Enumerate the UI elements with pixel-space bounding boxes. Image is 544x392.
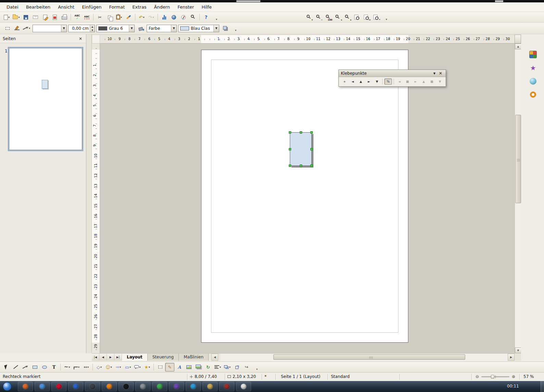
page-info-field[interactable]: Seite 1 / 1 (Layout) — [281, 374, 320, 379]
taskbar-app-10-icon[interactable] — [169, 382, 184, 391]
gluepoints-toolbar-titlebar[interactable]: Klebepunkte ▼ ✕ — [339, 70, 446, 77]
zoom-in-icon[interactable]: + — [304, 13, 313, 22]
fill-style-select[interactable]: Farbe ▼ — [147, 25, 177, 32]
zoom-optimal-icon[interactable]: * — [371, 13, 381, 22]
vertical-scroll-thumb[interactable] — [515, 115, 521, 203]
line-tool-icon[interactable] — [11, 363, 20, 371]
zoom-next-icon[interactable]: ▸ — [343, 13, 352, 22]
find-replace-icon[interactable] — [188, 13, 198, 22]
interaction-icon[interactable]: ↪ — [242, 363, 251, 371]
zoom-level-field[interactable]: 57 % — [523, 374, 534, 379]
taskbar-app-4-icon[interactable] — [68, 382, 83, 391]
zoom-slider-track[interactable] — [481, 376, 509, 377]
email-icon[interactable] — [31, 13, 40, 22]
vertical-ruler[interactable]: 1234567891011121314151617181920212223242… — [92, 44, 100, 353]
taskbar-app-1-icon[interactable] — [18, 382, 33, 391]
taskbar-app-7-icon[interactable] — [119, 382, 134, 391]
symbol-shapes-icon[interactable]: ☺▾ — [104, 363, 113, 371]
ring-icon[interactable] — [528, 89, 538, 100]
line-style-select[interactable]: ▼ — [33, 25, 67, 32]
navigator-icon[interactable] — [179, 13, 188, 22]
gluepoints-toolbar-window[interactable]: Klebepunkte ▼ ✕ +◄▲►▼%◄■►▲■▼ — [338, 70, 446, 87]
glue-vertical-center-icon[interactable]: ■ — [428, 78, 436, 85]
previous-page-icon[interactable]: ◀ — [99, 354, 107, 361]
save-icon[interactable] — [21, 13, 30, 22]
spellcheck-icon[interactable]: ABC✓ — [73, 13, 82, 22]
toolbar-more-icon[interactable]: ▾ — [251, 363, 261, 371]
copy-icon[interactable] — [105, 13, 114, 22]
tab-malinien[interactable]: Maßlinien — [179, 354, 209, 361]
selection-handle[interactable] — [300, 164, 302, 167]
last-page-icon[interactable]: ▶| — [114, 354, 122, 361]
chevron-down-icon[interactable]: ▼ — [213, 25, 219, 32]
alignment-icon[interactable]: ▾ — [213, 363, 222, 371]
exit-direction-right-icon[interactable]: ► — [365, 78, 373, 85]
menu-extras[interactable]: Extras — [128, 3, 150, 11]
taskbar-app-12-icon[interactable] — [202, 382, 218, 391]
toolbar-more-icon[interactable]: ▾ — [230, 24, 239, 33]
scroll-up-icon[interactable]: ▲ — [515, 44, 521, 49]
taskbar-app-11-icon[interactable] — [186, 382, 201, 391]
glue-point-relative-icon[interactable]: % — [384, 78, 392, 85]
close-icon[interactable]: ✕ — [437, 71, 444, 76]
stars-icon[interactable]: ★▾ — [143, 363, 152, 371]
menu-einfgen[interactable]: Einfügen — [78, 3, 105, 11]
first-page-icon[interactable]: |◀ — [92, 354, 99, 361]
glue-horizontal-left-icon[interactable]: ◄ — [396, 78, 403, 85]
taskbar-app-8-icon[interactable] — [135, 382, 150, 391]
chart-icon[interactable] — [160, 13, 169, 22]
zoom-entire-page-icon[interactable] — [352, 13, 361, 22]
glue-vertical-top-icon[interactable]: ▲ — [420, 78, 428, 85]
rectangle-tool-icon[interactable] — [30, 363, 39, 371]
tab-steuerung[interactable]: Steuerung — [148, 354, 179, 361]
zoom-previous-icon[interactable]: ◂ — [333, 13, 342, 22]
flowchart-icon[interactable]: ▭▾ — [123, 363, 133, 371]
selection-handle[interactable] — [310, 148, 313, 150]
edit-file-icon[interactable] — [40, 13, 50, 22]
cube-3d-icon[interactable] — [528, 49, 538, 60]
chevron-down-icon[interactable]: ▼ — [61, 25, 66, 32]
chevron-down-icon[interactable]: ▼ — [129, 25, 134, 32]
edit-points-tool-icon[interactable] — [156, 363, 165, 371]
select-tool-icon[interactable] — [1, 363, 11, 371]
selection-handle[interactable] — [289, 131, 291, 134]
page-style-field[interactable]: Standard — [331, 374, 350, 379]
insert-image-icon[interactable] — [184, 363, 194, 371]
drawing-canvas[interactable]: Klebepunkte ▼ ✕ +◄▲►▼%◄■►▲■▼ — [100, 44, 515, 353]
spin-down-icon[interactable]: ▼ — [90, 28, 95, 32]
zoom-plus-icon[interactable]: ⊕ — [512, 374, 515, 379]
fontwork-icon[interactable]: A — [175, 363, 184, 371]
glue-horizontal-right-icon[interactable]: ► — [412, 78, 419, 85]
connector-tool-icon[interactable]: ▾ — [72, 363, 81, 371]
menu-fenster[interactable]: Fenster — [174, 3, 198, 11]
basic-shapes-icon[interactable]: ◇▾ — [95, 363, 104, 371]
selected-rectangle[interactable] — [290, 132, 312, 166]
block-arrows-icon[interactable]: ⇨▾ — [114, 363, 123, 371]
help-icon[interactable]: ? — [201, 13, 211, 22]
taskbar-app-9-icon[interactable] — [152, 382, 167, 391]
document-page[interactable] — [201, 50, 408, 343]
toolbar-menu-icon[interactable]: ▼ — [431, 71, 437, 76]
glue-vertical-bottom-icon[interactable]: ▼ — [436, 78, 444, 85]
scroll-down-icon[interactable]: ▼ — [515, 347, 521, 353]
insert-glue-point-icon[interactable]: + — [341, 78, 348, 85]
arrange-icon[interactable]: ▾ — [223, 363, 232, 371]
split-window-handle[interactable] — [515, 35, 521, 44]
taskbar-app-5-icon[interactable] — [85, 382, 100, 391]
taskbar-app-14-icon[interactable] — [236, 382, 251, 391]
zoom-out-icon[interactable]: − — [314, 13, 323, 22]
callouts-icon[interactable]: ▾ — [133, 363, 142, 371]
print-icon[interactable] — [60, 13, 69, 22]
line-width-input[interactable]: 0,00 cm ▲▼ — [68, 25, 95, 32]
curve-tool-icon[interactable]: ~▾ — [62, 363, 72, 371]
selection-handle[interactable] — [289, 164, 291, 167]
toolbar-more-icon[interactable]: ▾ — [211, 13, 220, 22]
shadow-icon[interactable] — [221, 24, 230, 33]
text-tool-icon[interactable]: T — [49, 363, 59, 371]
tab-layout[interactable]: Layout — [122, 354, 148, 361]
arrow-style-icon[interactable]: ▾ — [22, 24, 31, 33]
taskbar-app-3-icon[interactable] — [51, 382, 66, 391]
menu-ansicht[interactable]: Ansicht — [54, 3, 78, 11]
selection-handle[interactable] — [300, 131, 302, 134]
export-pdf-icon[interactable] — [50, 13, 59, 22]
